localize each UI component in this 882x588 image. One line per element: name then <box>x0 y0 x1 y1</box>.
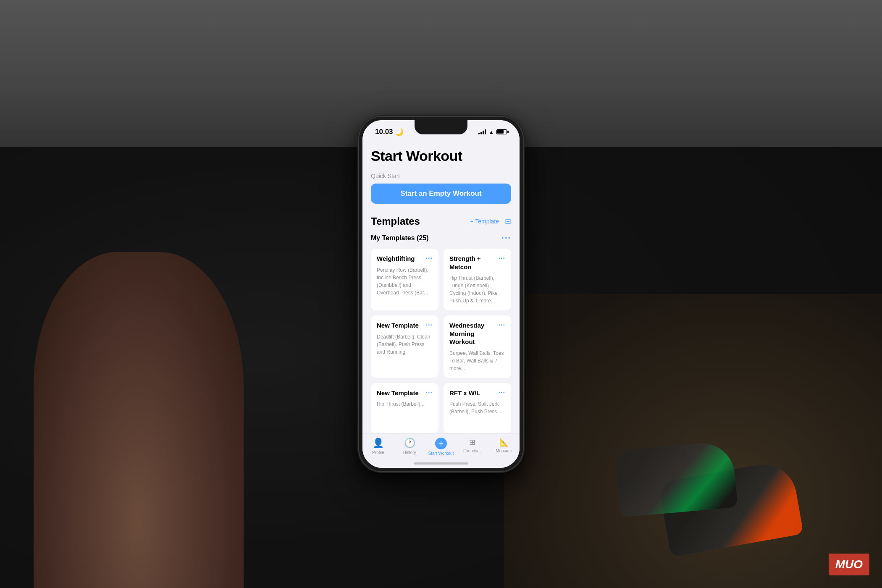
template-card[interactable]: New Template ··· Deadlift (Barbell), Cle… <box>371 315 438 378</box>
template-card[interactable]: Strength + Metcon ··· Hip Thrust (Barbel… <box>444 249 511 310</box>
card-title: Weightlifting <box>377 255 426 263</box>
quick-start-label: Quick Start <box>371 173 511 179</box>
start-workout-plus-icon: + <box>435 438 447 449</box>
add-template-button[interactable]: + Template <box>470 218 499 225</box>
card-more-button[interactable]: ··· <box>426 321 433 329</box>
card-title: RFT x W/L <box>449 389 499 397</box>
template-card[interactable]: RFT x W/L ··· Push Press, Split Jerk (Ba… <box>444 383 511 433</box>
history-icon: 🕐 <box>404 438 415 449</box>
card-more-button[interactable]: ··· <box>426 255 433 262</box>
profile-icon: 👤 <box>373 438 384 449</box>
phone-screen: 10.03 🌙 ▲ Start Workout Qui <box>362 120 520 468</box>
tab-exercises[interactable]: ⊞ Exercises <box>457 438 488 453</box>
background-hand <box>34 252 244 588</box>
home-indicator <box>414 462 468 465</box>
card-exercises: Hip Thrust (Barbell)... <box>377 400 433 408</box>
moon-icon: 🌙 <box>395 128 404 136</box>
tab-start-workout-label: Start Workout <box>428 451 454 456</box>
card-title: Strength + Metcon <box>449 255 499 271</box>
templates-heading: Templates <box>371 215 420 227</box>
card-more-button[interactable]: ··· <box>499 255 505 262</box>
calendar-icon[interactable]: ⊟ <box>505 217 511 226</box>
phone-notch <box>415 120 467 134</box>
measure-icon: 📐 <box>499 438 509 447</box>
tab-bar: 👤 Profile 🕐 History + Start Workout ⊞ Ex… <box>362 433 520 468</box>
tab-exercises-label: Exercises <box>463 449 481 453</box>
start-empty-workout-button[interactable]: Start an Empty Workout <box>371 184 511 204</box>
time-display: 10.03 <box>375 128 393 136</box>
tab-start-workout[interactable]: + Start Workout <box>425 438 457 456</box>
card-title: New Template <box>377 321 426 330</box>
tab-measure-label: Measure <box>496 449 512 453</box>
my-templates-label: My Templates (25) <box>371 234 429 242</box>
tab-profile-label: Profile <box>372 450 384 455</box>
card-title: New Template <box>377 389 426 397</box>
tab-measure[interactable]: 📐 Measure <box>488 438 520 453</box>
template-card[interactable]: Wednesday Morning Workout ··· Burpee, Wa… <box>444 315 511 378</box>
card-exercises: Hip Thrust (Barbell), Lunge (Kettlebell)… <box>449 274 505 304</box>
card-more-button[interactable]: ··· <box>499 321 505 329</box>
template-card[interactable]: New Template ··· Hip Thrust (Barbell)... <box>371 383 438 433</box>
card-more-button[interactable]: ··· <box>499 389 505 396</box>
wifi-icon: ▲ <box>488 129 494 135</box>
template-grid: Weightlifting ··· Pendlay Row (Barbell),… <box>371 249 511 433</box>
my-templates-more-button[interactable]: ··· <box>501 233 511 243</box>
card-exercises: Deadlift (Barbell), Clean (Barbell), Pus… <box>377 333 433 356</box>
tab-history[interactable]: 🕐 History <box>394 438 425 455</box>
status-icons: ▲ <box>478 129 507 135</box>
phone-device: 10.03 🌙 ▲ Start Workout Qui <box>359 117 523 471</box>
card-exercises: Pendlay Row (Barbell), Incline Bench Pre… <box>377 266 433 297</box>
signal-icon <box>478 129 486 134</box>
muo-watermark: MUO <box>829 554 869 575</box>
status-time: 10.03 🌙 <box>375 128 404 136</box>
card-title: Wednesday Morning Workout <box>449 321 499 346</box>
page-title: Start Workout <box>371 148 511 164</box>
templates-actions: + Template ⊟ <box>470 217 511 226</box>
card-exercises: Push Press, Split Jerk (Barbell), Push P… <box>449 400 505 415</box>
card-more-button[interactable]: ··· <box>426 389 433 396</box>
card-exercises: Burpee, Wall Balls, Toes To Bar, Wall Ba… <box>449 349 505 372</box>
my-templates-row: My Templates (25) ··· <box>371 233 511 243</box>
tab-history-label: History <box>403 450 416 455</box>
exercises-icon: ⊞ <box>469 438 475 447</box>
battery-icon <box>496 129 507 134</box>
templates-header: Templates + Template ⊟ <box>371 215 511 227</box>
tab-profile[interactable]: 👤 Profile <box>362 438 394 455</box>
template-card[interactable]: Weightlifting ··· Pendlay Row (Barbell),… <box>371 249 438 310</box>
content-area[interactable]: Start Workout Quick Start Start an Empty… <box>362 141 520 433</box>
background-shoe-2 <box>615 440 738 517</box>
